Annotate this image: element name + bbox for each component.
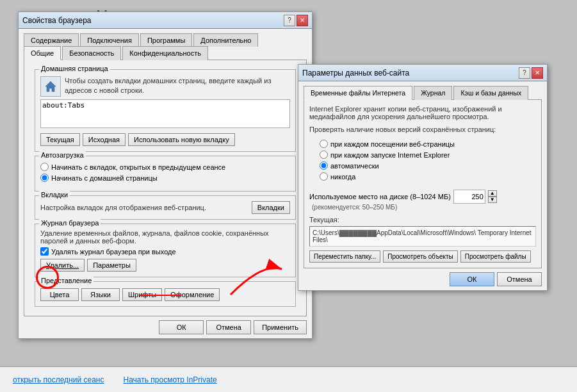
website-data-tabs: Временные файлы Интернета Журнал Кэш и б… [298,81,547,99]
disk-label: Используемое место на диске (8–1024 МБ) [309,193,451,200]
radio-every-launch-input[interactable] [320,151,328,159]
home-icon [40,76,61,97]
new-tab-btn[interactable]: Использовать новую вкладку [128,133,235,146]
languages-btn[interactable]: Языки [81,288,120,301]
history-section: Журнал браузера Удаление временных файло… [35,224,296,277]
current-btn[interactable]: Текущая [40,133,80,146]
history-checkbox[interactable] [40,247,49,256]
autoload-radio-2-input[interactable] [40,174,49,182]
website-close-button[interactable]: ✕ [532,67,543,79]
home-buttons: Текущая Исходная Использовать новую вкла… [40,133,290,146]
radio-never-label: никогда [330,173,355,181]
params-btn[interactable]: Параметры [87,259,136,272]
website-data-title: Параметры данных веб-сайта [302,69,409,78]
bottom-link-1[interactable]: открыть последний сеанс [13,375,104,384]
titlebar-buttons: ? ✕ [284,15,308,26]
spinner-up[interactable]: ▲ [488,190,497,197]
tabs-btn[interactable]: Вкладки [252,201,290,214]
bottom-bar: открыть последний сеанс Начать просмотр … [0,366,577,392]
tabs-section-title: Вкладки [39,191,70,199]
autoload-radio-1-label: Начинать с вкладок, открытых в предыдуще… [51,163,225,171]
history-title: Журнал браузера [39,219,101,227]
home-section-title: Домашняя страница [39,65,110,72]
history-buttons: Удалить... Параметры [40,259,290,272]
tabs-section: Вкладки Настройка вкладок для отображени… [35,195,296,220]
help-button[interactable]: ? [284,15,295,26]
check-radios: при каждом посещении веб-страницы при ка… [309,136,536,184]
spinner-down[interactable]: ▼ [488,197,497,203]
tab-connections[interactable]: Подключения [80,33,139,47]
website-data-actions: ОК Отмена [298,268,547,290]
autoload-radio-1: Начинать с вкладок, открытых в предыдуще… [40,161,290,172]
browser-props-actions: ОК Отмена Применить [19,316,312,338]
radio-never-input[interactable] [320,172,328,181]
website-ok-btn[interactable]: ОК [450,272,494,286]
tab-programs[interactable]: Программы [140,33,192,47]
tab-temp-files[interactable]: Временные файлы Интернета [304,86,412,100]
tab-advanced[interactable]: Дополнительно [193,33,258,47]
history-checkbox-label: Удалять журнал браузера при выходе [51,248,176,256]
radio-never: никогда [320,171,536,182]
website-data-titlebar-buttons: ? ✕ [519,67,543,79]
home-url-input[interactable] [40,99,290,128]
move-folder-btn[interactable]: Переместить папку... [309,250,380,263]
spinner-buttons: ▲ ▼ [488,190,497,203]
current-path: C:\Users\▓▓▓▓▓▓▓▓AppData\Local\Microsoft… [309,226,536,247]
apply-btn[interactable]: Применить [254,320,307,334]
tab-cache[interactable]: Кэш и базы данных [453,86,528,100]
radio-every-visit-label: при каждом посещении веб-страницы [330,140,455,148]
view-section: Представление Цвета Языки Шрифты Оформле… [35,281,296,307]
autoload-radios: Начинать с вкладок, открытых в предыдуще… [40,159,290,186]
tab-journal[interactable]: Журнал [414,86,452,100]
tab-bar-second: Общие Безопасность Конфиденциальность [19,45,312,60]
tab-security[interactable]: Безопасность [62,46,121,60]
radio-every-launch-label: при каждом запуске Internet Explorer [330,151,450,159]
tab-general[interactable]: Общие [24,46,61,60]
home-description: Чтобы создать вкладки домашних страниц, … [65,76,290,96]
close-button[interactable]: ✕ [297,15,308,26]
cancel-btn[interactable]: Отмена [206,320,251,334]
view-objects-btn[interactable]: Просмотреть объекты [383,250,458,263]
disk-space-row: Используемое место на диске (8–1024 МБ) … [309,190,536,204]
website-data-action-buttons: Переместить папку... Просмотреть объекты… [309,250,536,263]
radio-every-visit-input[interactable] [320,140,328,148]
check-title: Проверять наличие новых версий сохранённ… [309,126,536,133]
home-section: Домашняя страница Чтобы создать вкладки … [35,69,296,152]
bottom-link-2[interactable]: Начать просмотр InPrivate [123,375,216,384]
browser-props-titlebar: Свойства браузера ? ✕ [19,12,312,29]
browser-props-dialog: Свойства браузера ? ✕ Содержание Подключ… [18,12,313,339]
colors-btn[interactable]: Цвета [40,288,79,301]
website-data-dialog: Параметры данных веб-сайта ? ✕ Временные… [298,64,548,291]
radio-every-launch: при каждом запуске Internet Explorer [320,149,536,160]
current-label: Текущая: [309,216,536,224]
underline-annotation [140,295,181,296]
circle-annotation [36,266,59,289]
tab-bar-top: Содержание Подключения Программы Дополни… [19,29,312,46]
website-description: Internet Explorer хранит копии веб-стран… [309,105,536,120]
website-data-titlebar: Параметры данных веб-сайта ? ✕ [298,65,547,81]
radio-auto-input[interactable] [320,161,328,170]
radio-auto: автоматически [320,160,536,171]
view-files-btn[interactable]: Просмотреть файлы [460,250,531,263]
tabs-desc: Настройка вкладок для отображения веб-ст… [40,204,206,211]
autoload-title: Автозагрузка [39,151,86,159]
radio-auto-label: автоматически [330,162,379,170]
autoload-section: Автозагрузка Начинать с вкладок, открыты… [35,156,296,192]
history-checkbox-row: Удалять журнал браузера при выходе [40,247,290,256]
autoload-radio-2-label: Начинать с домашней страницы [51,174,158,182]
disk-input[interactable] [453,190,485,204]
website-cancel-btn[interactable]: Отмена [497,272,542,286]
ok-btn[interactable]: ОК [159,320,204,334]
autoload-radio-2: Начинать с домашней страницы [40,172,290,183]
autoload-radio-1-input[interactable] [40,163,49,171]
tab-content[interactable]: Содержание [24,33,79,47]
browser-props-title: Свойства браузера [22,16,92,25]
default-btn[interactable]: Исходная [83,133,126,146]
browser-props-content: Домашняя страница Чтобы создать вкладки … [24,60,307,316]
tab-privacy[interactable]: Конфиденциальность [122,46,208,60]
history-desc: Удаление временных файлов, журнала, файл… [40,229,290,245]
website-help-button[interactable]: ? [519,67,530,79]
radio-every-visit: при каждом посещении веб-страницы [320,138,536,149]
website-data-content: Internet Explorer хранит копии веб-стран… [304,99,542,268]
disk-recommend: (рекомендуется: 50–250 МБ) [309,204,536,211]
